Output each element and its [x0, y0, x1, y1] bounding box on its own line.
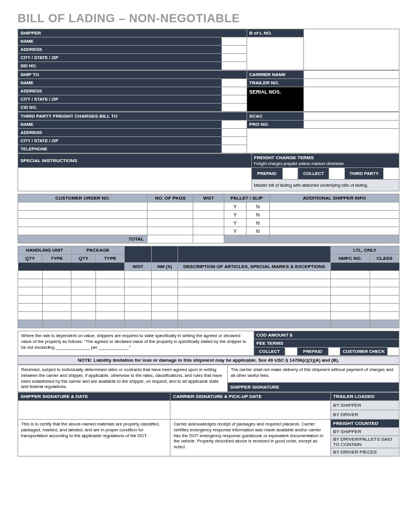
table-cell[interactable]: [151, 304, 178, 312]
pallet-y[interactable]: Y: [224, 227, 246, 235]
fee-collect-button[interactable]: COLLECT: [254, 348, 285, 356]
pallet-n[interactable]: N: [246, 227, 269, 235]
table-cell[interactable]: [96, 279, 125, 287]
order-cell[interactable]: [18, 219, 148, 227]
table-cell[interactable]: [42, 312, 71, 320]
table-cell[interactable]: [151, 296, 178, 304]
pallet-y[interactable]: Y: [224, 211, 246, 219]
pallet-y[interactable]: Y: [224, 202, 246, 211]
collect-check[interactable]: [329, 168, 345, 180]
table-cell[interactable]: [370, 304, 399, 312]
table-cell[interactable]: [330, 296, 370, 304]
table-cell[interactable]: [178, 287, 330, 296]
by-shipper-loaded[interactable]: BY SHIPPER: [330, 401, 399, 410]
table-cell[interactable]: [71, 271, 96, 279]
serial-nos-input[interactable]: [304, 87, 399, 112]
fee-check-check[interactable]: [387, 348, 399, 356]
by-driver-pieces[interactable]: BY DRIVER PIECES: [330, 448, 399, 457]
shipper-address-input[interactable]: [222, 46, 247, 54]
table-cell[interactable]: [42, 287, 71, 296]
table-cell[interactable]: [42, 296, 71, 304]
by-driver-loaded[interactable]: BY DRIVER: [330, 410, 399, 420]
table-cell[interactable]: [18, 312, 43, 320]
table-cell[interactable]: [18, 279, 43, 287]
by-driver-pallets[interactable]: BY DRIVER/PALLETS SAID TO CONTAIN: [330, 436, 399, 448]
trailer-no-input[interactable]: [304, 79, 399, 87]
table-cell[interactable]: [370, 271, 399, 279]
table-cell[interactable]: [125, 304, 152, 312]
shipto-csz-input[interactable]: [222, 95, 247, 104]
wgt-cell[interactable]: [193, 202, 224, 211]
table-cell[interactable]: [330, 279, 370, 287]
add-cell[interactable]: [269, 202, 399, 211]
table-cell[interactable]: [71, 304, 96, 312]
table-cell[interactable]: [71, 312, 96, 320]
prepaid-check[interactable]: [282, 168, 298, 180]
table-cell[interactable]: [178, 312, 330, 320]
table-cell[interactable]: [178, 279, 330, 287]
table-cell[interactable]: [125, 312, 152, 320]
table-cell[interactable]: [178, 296, 330, 304]
third-address-input[interactable]: [222, 129, 247, 137]
thirdparty-button[interactable]: THIRD PARTY: [344, 168, 383, 180]
pkgs-cell[interactable]: [148, 227, 193, 235]
table-cell[interactable]: [178, 304, 330, 312]
table-cell[interactable]: [330, 312, 370, 320]
third-csz-input[interactable]: [222, 137, 247, 145]
table-cell[interactable]: [18, 287, 43, 296]
shipper-sid-input[interactable]: [222, 62, 247, 70]
scac-input[interactable]: [304, 112, 399, 121]
table-cell[interactable]: [125, 271, 152, 279]
shipto-address-input[interactable]: [222, 87, 247, 95]
table-cell[interactable]: [18, 296, 43, 304]
table-cell[interactable]: [370, 279, 399, 287]
table-cell[interactable]: [151, 279, 178, 287]
table-cell[interactable]: [42, 271, 71, 279]
table-cell[interactable]: [18, 304, 43, 312]
table-cell[interactable]: [18, 271, 43, 279]
pro-blank[interactable]: [247, 129, 399, 153]
table-cell[interactable]: [370, 287, 399, 296]
table-cell[interactable]: [71, 287, 96, 296]
fee-prepaid-check[interactable]: [329, 348, 340, 356]
third-name-input[interactable]: [222, 121, 247, 129]
total-wgt[interactable]: [193, 235, 224, 243]
pallet-n[interactable]: N: [246, 211, 269, 219]
shipper-sig-input[interactable]: [18, 401, 170, 420]
pallet-y[interactable]: Y: [224, 219, 246, 227]
shipper-name-input[interactable]: [222, 37, 247, 46]
add-cell[interactable]: [269, 227, 399, 235]
wgt-cell[interactable]: [193, 227, 224, 235]
table-cell[interactable]: [125, 287, 152, 296]
table-cell[interactable]: [96, 271, 125, 279]
table-cell[interactable]: [178, 271, 330, 279]
thirdparty-check[interactable]: [384, 168, 399, 180]
carrier-name-input[interactable]: [304, 71, 399, 79]
table-cell[interactable]: [151, 287, 178, 296]
shipper-csz-input[interactable]: [222, 54, 247, 62]
carrier-sig-input[interactable]: [170, 401, 330, 420]
fee-collect-check[interactable]: [285, 348, 297, 356]
table-cell[interactable]: [370, 312, 399, 320]
collect-button[interactable]: COLLECT: [298, 168, 329, 180]
wgt-cell[interactable]: [193, 219, 224, 227]
fee-check-button[interactable]: CUSTOMER CHECK: [340, 348, 388, 356]
table-cell[interactable]: [96, 296, 125, 304]
table-cell[interactable]: [96, 312, 125, 320]
table-cell[interactable]: [96, 304, 125, 312]
pkgs-cell[interactable]: [148, 211, 193, 219]
special-input[interactable]: [18, 168, 252, 191]
by-shipper-counted[interactable]: BY SHIPPER: [330, 428, 399, 436]
add-cell[interactable]: [269, 219, 399, 227]
third-tel-input[interactable]: [222, 145, 247, 153]
table-cell[interactable]: [330, 271, 370, 279]
add-cell[interactable]: [269, 211, 399, 219]
order-cell[interactable]: [18, 202, 148, 211]
bol-value[interactable]: [304, 29, 399, 70]
shipto-name-input[interactable]: [222, 79, 247, 87]
table-cell[interactable]: [125, 296, 152, 304]
pallet-n[interactable]: N: [246, 219, 269, 227]
order-cell[interactable]: [18, 227, 148, 235]
bol-blank[interactable]: [247, 37, 304, 70]
prepaid-button[interactable]: PREPAID: [251, 168, 282, 180]
